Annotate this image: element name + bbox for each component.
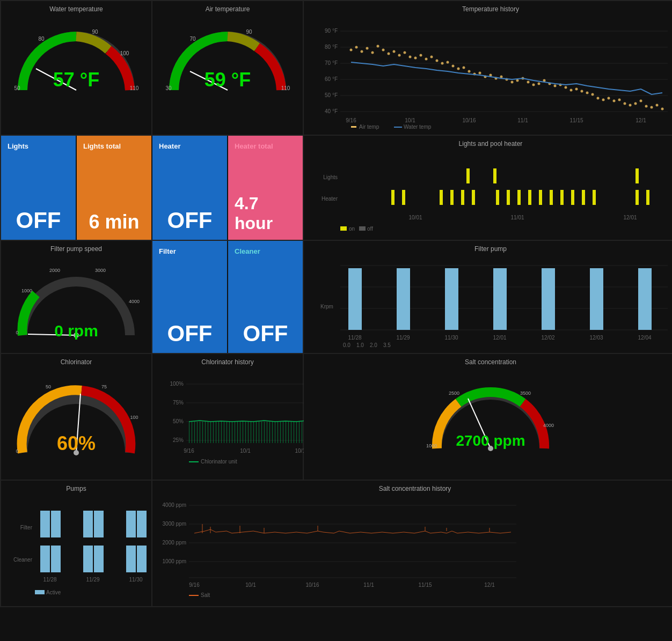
svg-text:4000: 4000 — [543, 423, 554, 428]
filter-cleaner-row: Filter OFF Cleaner OFF — [152, 241, 303, 353]
svg-text:70: 70 — [189, 36, 196, 42]
svg-text:0: 0 — [16, 448, 18, 454]
svg-text:50%: 50% — [173, 418, 184, 424]
heater-total-card: Heater total 4.7 hour — [228, 136, 303, 240]
filter-card: Filter OFF — [152, 241, 227, 353]
svg-text:11/30: 11/30 — [129, 577, 142, 583]
svg-text:1000 ppm: 1000 ppm — [163, 558, 186, 564]
lights-total-card: Lights total 6 min — [77, 136, 151, 240]
svg-rect-206 — [296, 422, 297, 443]
svg-rect-171 — [202, 422, 203, 443]
svg-text:11/01: 11/01 — [510, 215, 524, 220]
svg-text:100: 100 — [120, 50, 129, 56]
svg-point-72 — [581, 90, 583, 93]
svg-text:3.5: 3.5 — [383, 342, 391, 348]
cleaner-card: Cleaner OFF — [228, 241, 303, 353]
svg-rect-189 — [251, 422, 251, 443]
svg-text:10/16: 10/16 — [305, 582, 319, 588]
temp-history-title: Temperature history — [308, 5, 672, 13]
svg-text:12/01: 12/01 — [493, 335, 506, 341]
filter-speed-title: Filter pump speed — [5, 245, 147, 253]
svg-rect-294 — [83, 546, 93, 572]
svg-point-50 — [463, 67, 465, 69]
svg-rect-97 — [466, 168, 470, 183]
svg-rect-188 — [248, 422, 249, 443]
svg-text:90 °F: 90 °F — [325, 28, 338, 34]
svg-text:Air temp: Air temp — [359, 124, 379, 130]
svg-point-60 — [516, 79, 519, 82]
svg-rect-135 — [397, 268, 410, 330]
svg-point-87 — [661, 108, 664, 110]
lights-total-value: 6 min — [89, 211, 139, 233]
lights-pool-title: Lights and pool heater — [308, 140, 672, 148]
svg-rect-199 — [277, 422, 278, 443]
svg-text:11/1: 11/1 — [517, 117, 528, 123]
svg-point-82 — [634, 102, 637, 105]
svg-rect-280 — [51, 511, 61, 537]
svg-point-45 — [436, 60, 439, 62]
svg-text:2000 ppm: 2000 ppm — [163, 540, 186, 546]
temp-history-panel: Temperature history 90 °F 80 °F 70 °F 60… — [304, 1, 672, 135]
filter-pump-panel: Filter pump Krpm 11/28 — [304, 241, 672, 353]
svg-point-70 — [570, 89, 573, 92]
svg-rect-293 — [51, 546, 61, 572]
svg-rect-178 — [221, 422, 222, 443]
svg-point-47 — [447, 61, 449, 64]
svg-rect-192 — [259, 422, 259, 443]
svg-point-38 — [398, 54, 401, 57]
svg-rect-116 — [636, 190, 639, 205]
svg-rect-172 — [205, 422, 206, 443]
svg-rect-201 — [283, 422, 283, 443]
svg-point-78 — [613, 100, 616, 102]
svg-text:80 °F: 80 °F — [325, 44, 338, 50]
svg-point-74 — [591, 93, 594, 96]
lights-title: Lights — [8, 142, 28, 150]
svg-rect-177 — [218, 422, 219, 443]
svg-rect-107 — [507, 190, 510, 205]
svg-text:110: 110 — [281, 85, 290, 91]
svg-point-75 — [597, 97, 600, 100]
svg-point-44 — [430, 56, 433, 58]
lights-pool-chart: Lights Heater 10/01 11/01 12/01 — [308, 150, 672, 235]
svg-text:50 °F: 50 °F — [325, 92, 338, 98]
svg-text:60 °F: 60 °F — [325, 76, 338, 82]
svg-text:2.0: 2.0 — [370, 342, 377, 348]
air-temp-title: Air temperature — [157, 5, 298, 13]
svg-rect-138 — [542, 268, 555, 330]
heater-card: Heater OFF — [152, 136, 227, 240]
chlorinator-history-title: Chlorinator history — [157, 358, 298, 366]
pumps-panel: Pumps Filter Cleaner — [1, 481, 151, 606]
svg-rect-114 — [582, 190, 585, 205]
svg-point-34 — [377, 45, 379, 48]
lights-card: Lights OFF — [1, 136, 76, 240]
svg-rect-174 — [210, 422, 211, 443]
svg-point-79 — [618, 99, 621, 101]
svg-rect-104 — [461, 190, 464, 205]
svg-point-86 — [656, 104, 659, 107]
svg-text:11/15: 11/15 — [418, 582, 432, 588]
svg-text:0: 0 — [16, 330, 18, 335]
chlorinator-title: Chlorinator — [5, 358, 147, 366]
svg-point-81 — [629, 104, 632, 107]
svg-point-73 — [586, 92, 589, 94]
chlorinator-history-panel: Chlorinator history 100% 75% 50% 25% — [152, 354, 303, 480]
svg-text:Lights: Lights — [323, 174, 338, 180]
svg-point-46 — [441, 62, 444, 65]
svg-rect-190 — [253, 422, 254, 443]
svg-text:2000: 2000 — [49, 268, 60, 273]
svg-text:11/30: 11/30 — [444, 335, 458, 341]
svg-text:12/01: 12/01 — [623, 215, 637, 220]
svg-point-63 — [532, 84, 535, 86]
svg-point-35 — [382, 49, 385, 51]
svg-rect-176 — [216, 422, 216, 443]
svg-point-31 — [361, 50, 363, 53]
lights-total-title: Lights total — [83, 142, 121, 150]
svg-point-32 — [366, 47, 369, 50]
svg-point-43 — [425, 58, 428, 61]
heater-value: OFF — [167, 208, 213, 233]
svg-point-80 — [624, 102, 626, 105]
svg-rect-102 — [440, 190, 443, 205]
svg-rect-112 — [560, 190, 564, 205]
svg-text:1000: 1000 — [426, 443, 437, 448]
svg-point-76 — [602, 99, 605, 101]
